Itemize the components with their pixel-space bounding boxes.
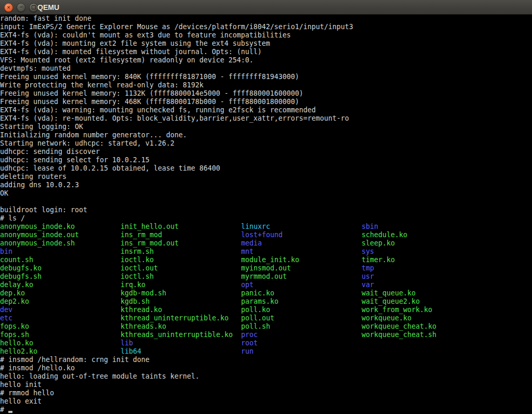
ls-entry: params.ko [241,297,362,306]
ls-entry: myinsmod.out [241,264,362,273]
console-line: # insmod /hellrandom: crng init done [0,356,532,364]
window-title: QEMU [37,0,59,14]
title-bar[interactable]: × − QEMU [0,0,532,15]
console-line: count.shioctl.komodule_init.kotimer.ko [0,256,532,264]
ls-entry: debugfs.sh [0,273,121,281]
ls-entry: kthreads_uninterruptible.ko [121,331,241,339]
console-line: EXT4-fs (vda): warning: mounting uncheck… [0,106,532,114]
ls-entry: work_from_work.ko [362,306,482,314]
ls-entry: poll.ko [241,306,362,314]
console-line: hello: loading out-of-tree module taints… [0,372,532,381]
console-line: anonymous_inode.koinit_hello.outlinuxrcs… [0,223,532,231]
shell-prompt: # [0,406,8,413]
ls-entry: anonymous_inode.ko [0,223,121,231]
console-line: delay.koirq.kooptvar [0,281,532,289]
console-line: Initializing random number generator... … [0,131,532,139]
console-line: hello2.kolib64run [0,347,532,356]
ls-entry: poll.out [241,314,362,322]
maximize-button[interactable] [29,3,38,12]
ls-entry: anonymous_inode.out [0,231,121,239]
qemu-window: × − QEMU random: fast init doneinput: Im… [0,0,532,414]
console-line: fops.shkthreads_uninterruptible.koprocwo… [0,331,532,339]
console-line: OK [0,189,532,198]
ls-entry: workqueue_cheat.ko [362,322,482,331]
ls-entry: bin [0,248,121,256]
ls-entry: dep2.ko [0,297,121,306]
console-line [0,198,532,206]
ls-entry: kgdb.sh [121,297,241,306]
console-line: anonymous_inode.outins_rm_modlost+founds… [0,231,532,239]
console-line: Freeing unused kernel memory: 840K (ffff… [0,73,532,81]
ls-entry: kthread_uninterruptible.ko [121,314,241,322]
ls-entry: root [241,339,362,347]
console-line: dep.kokgdb-mod.shpanic.kowait_queue.ko [0,289,532,297]
console-line: udhcpc: lease of 10.0.2.15 obtained, lea… [0,164,532,173]
ls-entry: var [362,281,482,289]
ls-entry: media [241,239,362,248]
ls-entry: fops.ko [0,322,121,331]
console-line: Starting logging: OK [0,123,532,131]
ls-entry: kgdb-mod.sh [121,289,241,297]
console-line: # insmod /hello.ko [0,364,532,372]
window-controls: × − [4,0,38,15]
ls-entry: anonymous_inode.sh [0,239,121,248]
console-line: hello.kolibroot [0,339,532,347]
ls-entry: irq.ko [121,281,241,289]
ls-entry: poll.sh [241,322,362,331]
minimize-icon: − [19,4,23,9]
console-line: hello init [0,381,532,389]
terminal-screen[interactable]: random: fast init doneinput: ImExPS/2 Ge… [0,15,532,414]
console-line: # rmmod hello [0,389,532,397]
ls-entry: sleep.ko [362,239,482,248]
ls-entry: dep.ko [0,289,121,297]
ls-entry: workqueue.ko [362,314,482,322]
ls-entry: usr [362,273,482,281]
console-line: EXT4-fs (vda): re-mounted. Opts: block_v… [0,114,532,123]
console-line: Freeing unused kernel memory: 468K (ffff… [0,98,532,106]
text-cursor [8,411,12,413]
console-line: udhcpc: sending select for 10.0.2.15 [0,156,532,164]
console-line: input: ImExPS/2 Generic Explorer Mouse a… [0,23,532,31]
maximize-icon [32,5,36,9]
console-line: debugfs.shioctl.shmyrmmod.outusr [0,273,532,281]
ls-entry: schedule.ko [362,231,482,239]
console-line: buildroot login: root [0,206,532,214]
ls-entry: opt [241,281,362,289]
minimize-button[interactable]: − [17,3,25,12]
ls-entry: proc [241,331,362,339]
ls-entry: insrm.sh [121,248,241,256]
console-line: debugfs.koioctl.outmyinsmod.outtmp [0,264,532,273]
console-line: devtmpfs: mounted [0,64,532,73]
console-line: adding dns 10.0.2.3 [0,181,532,189]
ls-entry: hello2.ko [0,347,121,356]
ls-entry: workqueue_cheat.sh [362,331,482,339]
console-line: deleting routers [0,173,532,181]
console-line: Write protecting the kernel read-only da… [0,81,532,89]
ls-entry: delay.ko [0,281,121,289]
console-line: udhcpc: sending discover [0,148,532,156]
console-line: EXT4-fs (vda): couldn't mount as ext3 du… [0,31,532,40]
ls-entry: ioctl.ko [121,256,241,264]
ls-entry: kthread.ko [121,306,241,314]
ls-entry: sbin [362,223,482,231]
ls-entry: myrmmod.out [241,273,362,281]
ls-entry: run [241,347,362,356]
ls-entry: timer.ko [362,256,482,264]
ls-entry: ioctl.sh [121,273,241,281]
ls-entry: init_hello.out [121,223,241,231]
close-button[interactable]: × [4,3,13,12]
console-line: # ls / [0,214,532,223]
ls-entry: sys [362,248,482,256]
ls-entry: wait_queue2.ko [362,297,482,306]
console-line: EXT4-fs (vda): mounted filesystem withou… [0,48,532,56]
ls-entry: debugfs.ko [0,264,121,273]
ls-entry: ins_rm_mod.out [121,239,241,248]
console-line: EXT4-fs (vda): mounting ext2 file system… [0,40,532,48]
ls-entry: panic.ko [241,289,362,297]
ls-entry: tmp [362,264,482,273]
ls-entry: lib [121,339,241,347]
ls-entry: linuxrc [241,223,362,231]
ls-entry: mnt [241,248,362,256]
console-line: dep2.kokgdb.shparams.kowait_queue2.ko [0,297,532,306]
console-line: Starting network: udhcpc: started, v1.26… [0,139,532,148]
